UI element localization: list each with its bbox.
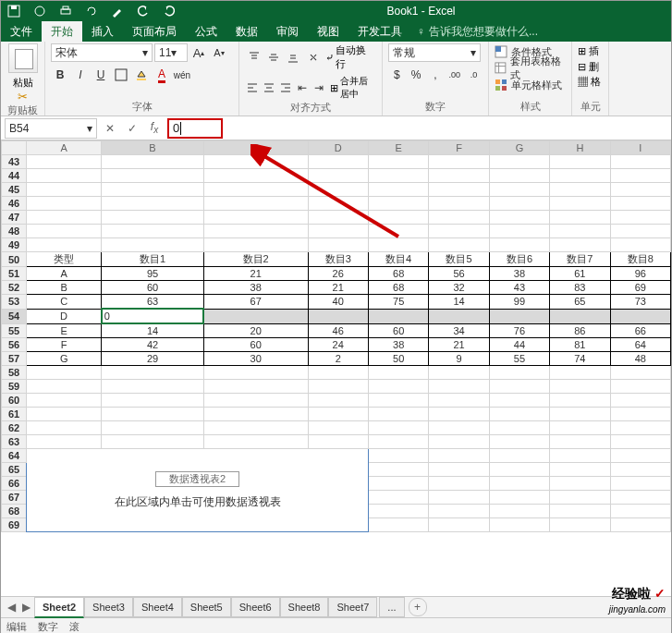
phonetic-button[interactable]: wén (173, 66, 191, 84)
cell[interactable] (550, 366, 610, 380)
column-header[interactable]: G (489, 141, 549, 155)
cell[interactable] (308, 211, 368, 225)
row-header[interactable]: 62 (2, 421, 27, 435)
cell[interactable] (489, 366, 549, 380)
data-cell[interactable]: 32 (429, 281, 489, 295)
data-cell[interactable]: D (27, 309, 102, 323)
data-cell[interactable]: 43 (489, 281, 549, 295)
cell[interactable] (429, 155, 489, 169)
cell[interactable] (610, 505, 670, 518)
cell[interactable] (610, 197, 670, 211)
cell[interactable] (308, 366, 368, 380)
row-header[interactable]: 43 (2, 155, 27, 169)
formula-input[interactable]: 0 (167, 118, 223, 139)
cell[interactable] (489, 211, 549, 225)
currency-button[interactable]: $ (388, 66, 406, 84)
cell[interactable] (489, 449, 549, 463)
data-cell[interactable]: 76 (489, 323, 549, 338)
column-header[interactable]: F (429, 141, 489, 155)
cell[interactable] (203, 225, 308, 238)
row-header[interactable]: 67 (2, 491, 27, 505)
cell[interactable] (27, 197, 102, 211)
cell[interactable] (429, 408, 489, 421)
data-cell[interactable]: 40 (308, 295, 368, 310)
cell[interactable] (27, 183, 102, 197)
sheet-tab[interactable]: Sheet8 (280, 597, 329, 617)
cell[interactable] (429, 183, 489, 197)
data-cell[interactable]: 74 (550, 352, 610, 366)
cell[interactable] (203, 408, 308, 421)
cell[interactable] (308, 421, 368, 435)
tab-review[interactable]: 审阅 (267, 21, 308, 42)
cell[interactable] (368, 169, 428, 183)
cell[interactable] (308, 225, 368, 238)
data-cell[interactable]: 2 (308, 352, 368, 366)
cell[interactable] (27, 435, 102, 449)
cell[interactable] (429, 394, 489, 408)
cell[interactable] (203, 197, 308, 211)
more-sheets-button[interactable]: ... (379, 597, 404, 617)
cell[interactable] (610, 435, 670, 449)
tool-icon[interactable] (110, 4, 125, 18)
row-header[interactable]: 60 (2, 394, 27, 408)
data-cell[interactable]: 86 (550, 323, 610, 338)
data-cell[interactable]: 60 (368, 323, 428, 338)
cell[interactable] (203, 421, 308, 435)
selected-cell[interactable] (489, 309, 549, 323)
cell[interactable] (102, 435, 204, 449)
cell[interactable] (429, 491, 489, 505)
align-bottom-button[interactable] (285, 48, 302, 67)
data-cell[interactable]: 81 (550, 338, 610, 352)
cell[interactable] (489, 491, 549, 505)
increase-decimal-button[interactable]: .00 (446, 66, 463, 84)
cell[interactable] (550, 435, 610, 449)
italic-button[interactable]: I (71, 66, 90, 84)
row-header[interactable]: 51 (2, 267, 27, 281)
data-cell[interactable]: G (27, 352, 102, 366)
worksheet-grid[interactable]: ABCDEFGHI 4344454647484950类型数目1数目2数目3数目4… (1, 140, 671, 596)
cell[interactable] (550, 225, 610, 238)
cell[interactable] (102, 183, 204, 197)
cell[interactable] (550, 518, 610, 532)
tab-home[interactable]: 开始 (42, 21, 82, 42)
redo-icon[interactable] (162, 4, 177, 18)
touch-mode-icon[interactable] (32, 4, 47, 18)
cell-styles-button[interactable]: 单元格样式 (495, 77, 566, 93)
cell[interactable] (368, 211, 428, 225)
cell[interactable] (610, 394, 670, 408)
cell[interactable] (429, 518, 489, 532)
cell[interactable] (550, 491, 610, 505)
cell[interactable] (102, 366, 204, 380)
cell[interactable] (27, 211, 102, 225)
data-cell[interactable]: 75 (368, 295, 428, 310)
cell[interactable] (368, 421, 428, 435)
name-box[interactable]: B54 ▾ (5, 118, 97, 139)
select-all-button[interactable] (2, 141, 27, 155)
table-header-cell[interactable]: 数目6 (489, 252, 549, 267)
tab-formulas[interactable]: 公式 (186, 21, 226, 42)
data-cell[interactable]: 69 (610, 281, 670, 295)
cell[interactable] (368, 463, 428, 477)
cell[interactable] (429, 449, 489, 463)
cell[interactable] (308, 380, 368, 394)
cell[interactable] (27, 380, 102, 394)
cell[interactable] (102, 155, 204, 169)
row-header[interactable]: 68 (2, 505, 27, 518)
cell[interactable] (610, 380, 670, 394)
data-cell[interactable]: 60 (203, 338, 308, 352)
row-header[interactable]: 47 (2, 211, 27, 225)
decrease-decimal-button[interactable]: .0 (465, 66, 483, 84)
row-header[interactable]: 57 (2, 352, 27, 366)
cell[interactable] (610, 421, 670, 435)
cell[interactable] (610, 366, 670, 380)
cell[interactable] (489, 421, 549, 435)
data-cell[interactable]: 34 (429, 323, 489, 338)
cell[interactable] (368, 366, 428, 380)
tab-developer[interactable]: 开发工具 (348, 21, 411, 42)
save-icon[interactable] (6, 4, 21, 18)
percent-button[interactable]: % (408, 66, 425, 84)
cell[interactable] (489, 435, 549, 449)
table-header-cell[interactable]: 数目4 (368, 252, 428, 267)
cell[interactable] (203, 183, 308, 197)
paste-icon[interactable] (8, 43, 38, 73)
